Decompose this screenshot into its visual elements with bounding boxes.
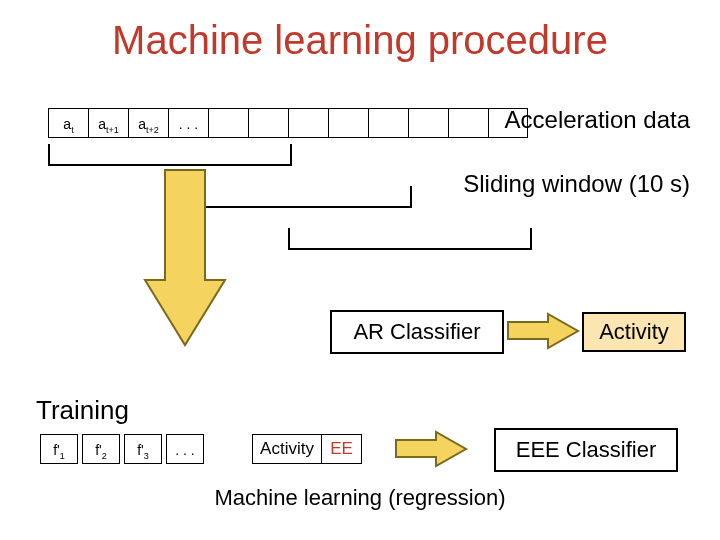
acceleration-cells: atat+1at+2. . . [48,108,528,138]
data-cell [208,108,248,138]
down-arrow-icon [145,170,225,350]
feature-cell: f'2 [82,434,120,464]
training-label: Training [36,395,129,426]
data-cell [448,108,488,138]
data-cell: at [48,108,88,138]
feature-cell: f'3 [124,434,162,464]
svg-marker-2 [396,432,466,466]
sliding-window-label: Sliding window (10 s) [463,170,690,198]
data-cell: . . . [168,108,208,138]
data-cell [288,108,328,138]
data-cell [328,108,368,138]
acceleration-label: Acceleration data [505,106,690,134]
activity-box: Activity [582,312,686,352]
feature-cells: f'1f'2f'3. . . [40,434,208,464]
right-arrow-icon [508,314,578,348]
data-cell [248,108,288,138]
bracket-3 [288,228,532,250]
data-cell: at+1 [88,108,128,138]
svg-marker-1 [508,314,578,348]
activity-cell: Activity [252,434,322,464]
feature-cell: f'1 [40,434,78,464]
ee-cell: EE [322,434,362,464]
bracket-1 [48,144,292,166]
activity-ee-pair: Activity EE [252,434,362,464]
right-arrow-icon-2 [396,432,466,466]
data-cell: at+2 [128,108,168,138]
eee-classifier-box: EEE Classifier [494,428,678,472]
data-cell [408,108,448,138]
ml-regression-label: Machine learning (regression) [0,485,720,511]
page-title: Machine learning procedure [0,18,720,63]
feature-cell: . . . [166,434,204,464]
svg-marker-0 [145,170,225,345]
ar-classifier-box: AR Classifier [330,310,504,354]
data-cell [368,108,408,138]
